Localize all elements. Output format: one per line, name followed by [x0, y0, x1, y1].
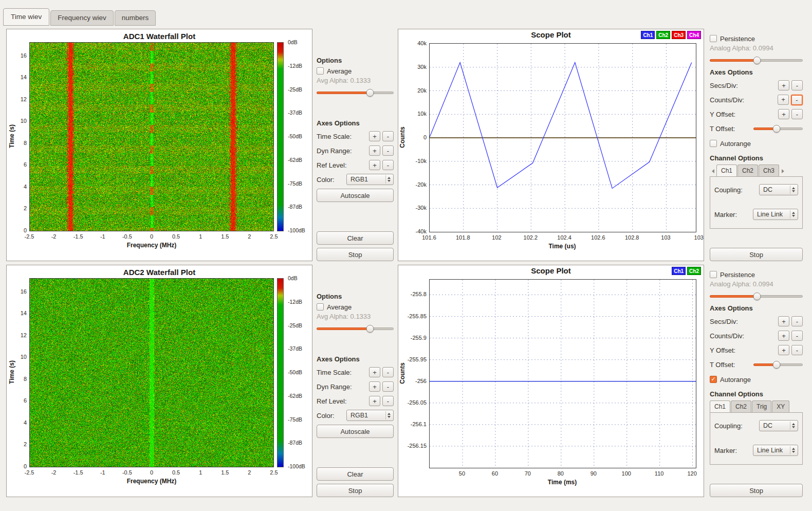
scope-plot-area[interactable] [429, 279, 696, 468]
persistence-checkbox-row[interactable]: Persistence [710, 33, 803, 44]
scope-chart[interactable] [430, 280, 696, 468]
clear-button[interactable]: Clear [317, 231, 394, 245]
average-checkbox[interactable] [317, 303, 324, 311]
autoscale-button[interactable]: Autoscale [317, 189, 394, 202]
slider-handle[interactable] [366, 89, 374, 97]
secs-div-row: Secs/Div: + - [710, 79, 803, 92]
tab-frequency-view[interactable]: Frequency wiev [50, 10, 114, 26]
scope-plot-area[interactable] [429, 43, 696, 232]
tab-numbers[interactable]: numbers [115, 10, 156, 26]
coupling-combo[interactable]: DC [759, 420, 798, 431]
tick-label: 2 [248, 469, 251, 476]
legend-chip-ch3[interactable]: Ch3 [672, 31, 686, 39]
avg-alpha-slider[interactable] [317, 89, 394, 97]
tab-scroll-right-icon[interactable] [780, 166, 786, 177]
persistence-checkbox[interactable] [710, 271, 717, 278]
ref-level-minus-button[interactable]: - [382, 396, 394, 406]
t-offset-slider[interactable] [753, 361, 803, 369]
time-scale-minus-button[interactable]: - [382, 131, 394, 141]
y-offset-minus-button[interactable]: - [791, 109, 803, 119]
scope-chart[interactable] [430, 44, 696, 232]
channel-tab-ch3[interactable]: Ch3 [759, 165, 779, 177]
persistence-checkbox[interactable] [710, 35, 717, 42]
secs-div-minus-button[interactable]: - [791, 316, 803, 326]
persistence-checkbox-row[interactable]: Persistence [710, 269, 803, 280]
waterfall-canvas[interactable] [30, 43, 273, 231]
marker-combo[interactable]: Line Link [753, 445, 798, 456]
time-scale-minus-button[interactable]: - [382, 367, 394, 377]
autoscale-button[interactable]: Autoscale [317, 425, 394, 438]
autorange-checkbox[interactable] [710, 140, 717, 147]
y-offset-plus-button[interactable]: + [778, 345, 789, 355]
ref-level-minus-button[interactable]: - [382, 160, 394, 170]
channel-tab-ch1[interactable]: Ch1 [710, 400, 730, 413]
secs-div-plus-button[interactable]: + [778, 316, 789, 326]
legend-chip-ch1[interactable]: Ch1 [672, 267, 686, 275]
stop-button[interactable]: Stop [710, 484, 803, 497]
slider-handle[interactable] [753, 57, 761, 64]
channel-tab-ch2[interactable]: Ch2 [731, 400, 751, 413]
avg-alpha-slider[interactable] [317, 325, 394, 333]
waterfall-plot-area[interactable] [29, 42, 274, 231]
average-checkbox-row[interactable]: Average [317, 301, 394, 313]
legend-chip-ch4[interactable]: Ch4 [687, 31, 701, 39]
dyn-range-plus-button[interactable]: + [369, 381, 380, 392]
y-offset-plus-button[interactable]: + [778, 109, 789, 119]
tab-time-view[interactable]: Time wiev [3, 8, 49, 26]
counts-div-plus-button[interactable]: + [778, 95, 789, 105]
dyn-range-plus-button[interactable]: + [369, 145, 380, 156]
counts-div-minus-button[interactable]: - [791, 331, 803, 341]
spinner-arrows-icon[interactable] [385, 411, 392, 419]
marker-label: Marker: [714, 211, 737, 218]
color-combo[interactable]: RGB1 [346, 410, 394, 421]
dyn-range-minus-button[interactable]: - [382, 381, 394, 392]
coupling-combo[interactable]: DC [759, 184, 798, 195]
stop-button[interactable]: Stop [710, 248, 803, 261]
slider-handle[interactable] [366, 325, 374, 333]
t-offset-slider[interactable] [753, 125, 803, 133]
average-checkbox-row[interactable]: Average [317, 65, 394, 77]
analog-alpha-slider[interactable] [710, 57, 803, 64]
waterfall-plot-area[interactable] [29, 278, 274, 467]
counts-div-minus-button[interactable]: - [791, 95, 803, 105]
y-offset-minus-button[interactable]: - [791, 345, 803, 355]
slider-handle[interactable] [753, 293, 761, 300]
autorange-checkbox[interactable] [710, 376, 717, 383]
stop-button[interactable]: Stop [317, 484, 394, 497]
counts-div-plus-button[interactable]: + [778, 331, 789, 341]
ref-level-plus-button[interactable]: + [369, 160, 380, 170]
spinner-arrows-icon[interactable] [790, 186, 797, 194]
channel-tab-trig[interactable]: Trig [752, 400, 771, 413]
waterfall-canvas[interactable] [30, 279, 273, 467]
channel-tab-bar: Ch1Ch2TrigXY [710, 400, 803, 413]
tick-label: 2 [248, 233, 251, 240]
clear-button[interactable]: Clear [317, 467, 394, 481]
dyn-range-minus-button[interactable]: - [382, 145, 394, 156]
legend-chip-ch1[interactable]: Ch1 [641, 31, 655, 39]
slider-handle[interactable] [773, 125, 781, 133]
autorange-checkbox-row[interactable]: Autorange [710, 374, 803, 385]
colorbar-tick-label: -50dB [288, 133, 302, 139]
spinner-arrows-icon[interactable] [385, 175, 392, 184]
channel-tab-ch2[interactable]: Ch2 [737, 165, 758, 177]
spinner-arrows-icon[interactable] [790, 210, 797, 218]
autorange-checkbox-row[interactable]: Autorange [710, 138, 803, 149]
tab-scroll-left-icon[interactable] [710, 166, 716, 177]
spinner-arrows-icon[interactable] [790, 422, 797, 430]
legend-chip-ch2[interactable]: Ch2 [687, 267, 701, 275]
time-scale-plus-button[interactable]: + [369, 131, 380, 141]
analog-alpha-slider[interactable] [710, 293, 803, 300]
time-scale-plus-button[interactable]: + [369, 367, 380, 377]
channel-tab-xy[interactable]: XY [772, 400, 789, 413]
secs-div-minus-button[interactable]: - [791, 80, 803, 90]
spinner-arrows-icon[interactable] [790, 446, 797, 454]
ref-level-plus-button[interactable]: + [369, 396, 380, 406]
channel-tab-ch1[interactable]: Ch1 [716, 165, 737, 177]
stop-button[interactable]: Stop [317, 248, 394, 261]
secs-div-plus-button[interactable]: + [778, 80, 789, 90]
legend-chip-ch2[interactable]: Ch2 [656, 31, 670, 39]
color-combo[interactable]: RGB1 [346, 174, 394, 185]
average-checkbox[interactable] [317, 67, 324, 75]
marker-combo[interactable]: Line Link [753, 209, 798, 220]
slider-handle[interactable] [773, 361, 781, 369]
